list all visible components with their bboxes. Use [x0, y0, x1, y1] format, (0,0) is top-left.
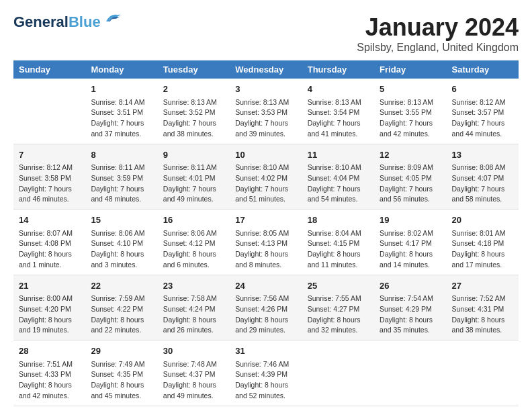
day-info: and 22 minutes.	[91, 325, 152, 336]
day-info: Sunrise: 7:54 AM	[380, 293, 441, 304]
calendar-cell: 20Sunrise: 8:01 AMSunset: 4:18 PMDayligh…	[447, 210, 519, 275]
day-number: 17	[235, 214, 296, 227]
calendar-cell: 6Sunrise: 8:12 AMSunset: 3:57 PMDaylight…	[447, 79, 519, 144]
day-info: and 51 minutes.	[235, 194, 296, 205]
day-number: 22	[91, 279, 152, 293]
header-cell-wednesday: Wednesday	[230, 60, 302, 79]
day-info: Sunset: 4:37 PM	[163, 369, 224, 380]
day-info: and 37 minutes.	[91, 129, 152, 140]
calendar-cell: 28Sunrise: 7:51 AMSunset: 4:33 PMDayligh…	[13, 340, 85, 406]
day-info: Daylight: 8 hours	[91, 249, 152, 260]
day-number: 24	[235, 279, 296, 293]
day-number: 1	[91, 83, 152, 96]
day-info: Sunrise: 8:10 AM	[235, 163, 296, 173]
day-info: Sunrise: 8:13 AM	[235, 97, 296, 108]
day-info: Daylight: 8 hours	[163, 249, 224, 260]
day-info: Sunrise: 8:10 AM	[308, 163, 369, 173]
day-info: Daylight: 8 hours	[19, 315, 80, 326]
day-info: Sunset: 4:27 PM	[308, 304, 369, 315]
day-info: Daylight: 7 hours	[380, 118, 441, 129]
calendar-cell: 30Sunrise: 7:48 AMSunset: 4:37 PMDayligh…	[158, 340, 230, 406]
week-row-1: 1Sunrise: 8:14 AMSunset: 3:51 PMDaylight…	[13, 79, 519, 144]
day-number: 6	[452, 83, 513, 96]
day-info: Sunset: 4:04 PM	[308, 173, 369, 184]
day-info: and 26 minutes.	[163, 325, 224, 336]
calendar-cell: 1Sunrise: 8:14 AMSunset: 3:51 PMDaylight…	[85, 79, 157, 144]
day-info: Sunrise: 7:46 AM	[235, 359, 296, 370]
day-info: Sunset: 4:31 PM	[452, 304, 513, 315]
calendar-cell	[447, 340, 519, 406]
day-info: Sunrise: 7:59 AM	[91, 293, 152, 304]
day-info: Sunrise: 8:06 AM	[91, 228, 152, 239]
calendar-cell: 10Sunrise: 8:10 AMSunset: 4:02 PMDayligh…	[230, 144, 302, 210]
day-info: and 8 minutes.	[235, 260, 296, 271]
day-info: Sunset: 4:17 PM	[380, 238, 441, 249]
day-info: Daylight: 8 hours	[380, 249, 441, 260]
day-info: Sunset: 3:51 PM	[91, 107, 152, 118]
day-info: Sunset: 4:39 PM	[235, 369, 296, 380]
day-info: Sunrise: 7:49 AM	[91, 359, 152, 370]
day-info: Daylight: 8 hours	[163, 315, 224, 326]
day-info: and 19 minutes.	[19, 325, 80, 336]
day-info: Sunrise: 8:12 AM	[452, 97, 513, 108]
day-info: Sunrise: 8:02 AM	[380, 228, 441, 239]
day-info: and 58 minutes.	[452, 194, 513, 205]
calendar-cell: 12Sunrise: 8:09 AMSunset: 4:05 PMDayligh…	[374, 144, 446, 210]
day-info: Daylight: 8 hours	[235, 249, 296, 260]
day-info: Sunset: 4:24 PM	[163, 304, 224, 315]
day-info: and 49 minutes.	[163, 194, 224, 205]
day-number: 21	[19, 279, 80, 293]
calendar-cell: 7Sunrise: 8:12 AMSunset: 3:58 PMDaylight…	[13, 144, 85, 210]
logo-bird-icon	[103, 12, 122, 24]
day-info: Sunrise: 8:13 AM	[163, 97, 224, 108]
day-info: Sunset: 3:54 PM	[308, 107, 369, 118]
calendar-cell: 24Sunrise: 7:56 AMSunset: 4:26 PMDayligh…	[230, 275, 302, 340]
day-info: Sunrise: 8:12 AM	[19, 163, 80, 173]
calendar-cell: 21Sunrise: 8:00 AMSunset: 4:20 PMDayligh…	[13, 275, 85, 340]
day-number: 7	[19, 148, 80, 162]
day-info: and 29 minutes.	[235, 325, 296, 336]
day-number: 25	[308, 279, 369, 293]
day-info: Daylight: 7 hours	[452, 118, 513, 129]
calendar-header: SundayMondayTuesdayWednesdayThursdayFrid…	[13, 60, 519, 79]
day-info: Sunrise: 7:56 AM	[235, 293, 296, 304]
calendar-cell: 14Sunrise: 8:07 AMSunset: 4:08 PMDayligh…	[13, 210, 85, 275]
day-info: Sunset: 3:59 PM	[91, 173, 152, 184]
calendar-cell	[374, 340, 446, 406]
day-number: 30	[163, 345, 224, 358]
calendar-cell: 22Sunrise: 7:59 AMSunset: 4:22 PMDayligh…	[85, 275, 157, 340]
day-info: Daylight: 7 hours	[19, 184, 80, 195]
calendar-body: 1Sunrise: 8:14 AMSunset: 3:51 PMDaylight…	[13, 79, 519, 406]
day-info: Daylight: 7 hours	[380, 184, 441, 195]
header-cell-thursday: Thursday	[302, 60, 374, 79]
day-info: Daylight: 7 hours	[308, 184, 369, 195]
day-number: 31	[235, 345, 296, 358]
day-number: 23	[163, 279, 224, 293]
day-info: and 52 minutes.	[235, 391, 296, 402]
day-info: Sunset: 4:05 PM	[380, 173, 441, 184]
day-info: Daylight: 8 hours	[91, 315, 152, 326]
day-info: Daylight: 7 hours	[163, 118, 224, 129]
calendar-cell: 29Sunrise: 7:49 AMSunset: 4:35 PMDayligh…	[85, 340, 157, 406]
day-info: and 44 minutes.	[452, 129, 513, 140]
day-info: Daylight: 7 hours	[163, 184, 224, 195]
day-number: 9	[163, 148, 224, 162]
day-number: 11	[308, 148, 369, 162]
day-number: 10	[235, 148, 296, 162]
day-number: 15	[91, 214, 152, 227]
calendar-cell: 23Sunrise: 7:58 AMSunset: 4:24 PMDayligh…	[158, 275, 230, 340]
calendar-cell: 4Sunrise: 8:13 AMSunset: 3:54 PMDaylight…	[302, 79, 374, 144]
header-row: SundayMondayTuesdayWednesdayThursdayFrid…	[13, 60, 519, 79]
day-info: Daylight: 8 hours	[163, 380, 224, 391]
day-number: 8	[91, 148, 152, 162]
day-info: Daylight: 7 hours	[91, 118, 152, 129]
day-info: and 3 minutes.	[91, 260, 152, 271]
day-info: Daylight: 8 hours	[308, 315, 369, 326]
calendar-cell	[302, 340, 374, 406]
calendar-cell: 5Sunrise: 8:13 AMSunset: 3:55 PMDaylight…	[374, 79, 446, 144]
week-row-5: 28Sunrise: 7:51 AMSunset: 4:33 PMDayligh…	[13, 340, 519, 406]
day-info: Daylight: 7 hours	[308, 118, 369, 129]
day-info: and 49 minutes.	[163, 391, 224, 402]
day-info: Sunset: 4:20 PM	[19, 304, 80, 315]
day-info: Sunset: 3:58 PM	[19, 173, 80, 184]
